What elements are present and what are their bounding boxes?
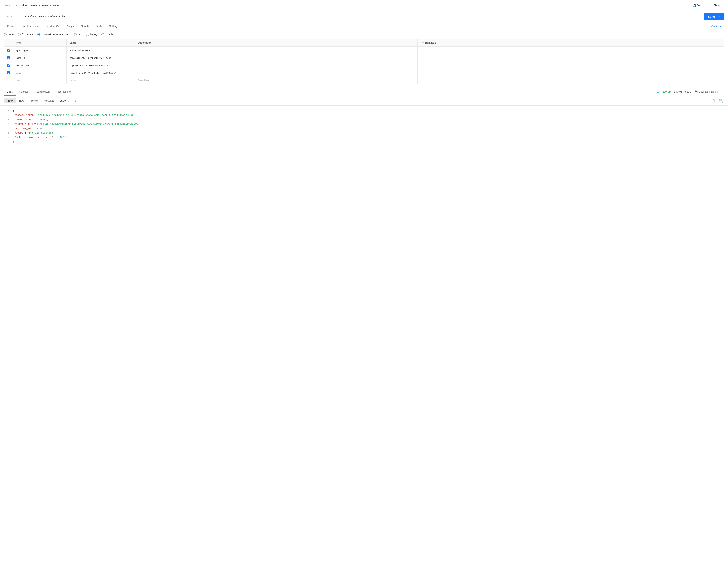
tab-settings[interactable]: Settings bbox=[106, 22, 122, 30]
save-button[interactable]: 💾 Save ⌄ bbox=[690, 2, 708, 8]
response-tabs: Body Cookies Headers (15) Test Results 🌐… bbox=[0, 88, 728, 96]
json-line-2: 2 "access_token": "tR4u4vp57GC9Kr2Q03VY7… bbox=[4, 113, 724, 117]
response-tab-test-results[interactable]: Test Results bbox=[53, 88, 74, 96]
tab-headers[interactable]: Headers (9) bbox=[42, 22, 63, 30]
radio-raw-input[interactable] bbox=[74, 33, 77, 36]
tab-authorization[interactable]: Authorization bbox=[20, 22, 42, 30]
params-table-wrapper: Key Value Description ⋯ Bulk Edit grant_… bbox=[4, 39, 724, 84]
format-tab-preview[interactable]: Preview bbox=[27, 98, 41, 103]
tab-cookies[interactable]: Cookies bbox=[708, 22, 724, 30]
response-more-button[interactable]: ⋯ bbox=[721, 90, 724, 94]
row1-checkbox-cell[interactable] bbox=[4, 47, 14, 54]
json-line-4: 4 "refresh_token": "FoRZg6Xd0tYh4rpLlBKD… bbox=[4, 122, 724, 126]
save-chevron-icon: ⌄ bbox=[703, 4, 706, 7]
radio-binary-input[interactable] bbox=[86, 33, 89, 36]
save-example-label: Save as example bbox=[699, 90, 718, 93]
tab-params[interactable]: Params bbox=[4, 22, 20, 30]
row2-value[interactable]: d4578a188df718b7e89a8216811c73b4 bbox=[67, 54, 135, 62]
placeholder-key[interactable]: Key bbox=[14, 77, 67, 84]
request-line: POST ⌄ Send ⌄ bbox=[0, 11, 728, 22]
http-badge: HTTP bbox=[4, 3, 12, 7]
response-body: 1{ 2 "access_token": "tR4u4vp57GC9Kr2Q03… bbox=[0, 106, 728, 147]
send-chevron-icon[interactable]: ⌄ bbox=[716, 15, 720, 18]
row3-checkbox[interactable] bbox=[7, 64, 10, 67]
response-tab-headers[interactable]: Headers (15) bbox=[32, 88, 53, 96]
row2-extra bbox=[417, 54, 724, 62]
json-line-1: 1{ bbox=[4, 109, 724, 113]
radio-none-label: none bbox=[8, 33, 14, 36]
row1-checkbox[interactable] bbox=[7, 49, 10, 52]
row4-value[interactable]: p2iwnL_liEh3B07AsMIHvhRzLjsyRo0wibG... bbox=[67, 70, 135, 77]
save-example-icon: 💾 bbox=[695, 90, 698, 93]
radio-graphql[interactable]: GraphQL bbox=[101, 33, 116, 36]
response-time: 147 ms bbox=[674, 90, 682, 93]
radio-none[interactable]: none bbox=[4, 33, 14, 36]
row4-key[interactable]: code bbox=[14, 70, 67, 77]
row2-checkbox-cell[interactable] bbox=[4, 54, 14, 62]
format-tab-visualize[interactable]: Visualize bbox=[42, 98, 57, 103]
row2-key[interactable]: client_id bbox=[14, 54, 67, 62]
row1-value[interactable]: authorization_code bbox=[67, 47, 135, 54]
tab-body[interactable]: Body bbox=[63, 22, 78, 30]
share-button[interactable]: Share bbox=[710, 2, 724, 8]
radio-raw-label: raw bbox=[78, 33, 82, 36]
url-display: https://kauth.kakao.com/oauth/token bbox=[15, 4, 687, 7]
table-placeholder-row: Key Value Description bbox=[4, 77, 724, 84]
row1-key[interactable]: grant_type bbox=[14, 47, 67, 54]
tab-scripts[interactable]: Scripts bbox=[78, 22, 93, 30]
format-tab-pretty[interactable]: Pretty bbox=[4, 98, 16, 103]
row2-checkbox[interactable] bbox=[7, 56, 10, 59]
save-example-button[interactable]: 💾 Save as example bbox=[695, 90, 718, 93]
row4-extra bbox=[417, 70, 724, 77]
th-bulk-edit: ⋯ Bulk Edit bbox=[417, 39, 724, 47]
format-tabs: Pretty Raw Preview Visualize JSON ⌄ ⇄ ▯ … bbox=[0, 96, 728, 106]
radio-form-data-input[interactable] bbox=[18, 33, 21, 36]
json-format-select[interactable]: JSON ⌄ bbox=[58, 98, 72, 103]
ellipsis-icon: ⋯ bbox=[421, 41, 424, 45]
url-input[interactable] bbox=[21, 13, 704, 20]
response-meta: 🌐 200 OK 147 ms 821 B 💾 Save as example … bbox=[656, 90, 724, 94]
copy-button[interactable]: ▯ bbox=[712, 98, 716, 104]
table-row: code p2iwnL_liEh3B07AsMIHvhRzLjsyRo0wibG… bbox=[4, 70, 724, 77]
method-select[interactable]: POST ⌄ bbox=[4, 13, 21, 20]
radio-graphql-input[interactable] bbox=[101, 33, 104, 36]
row3-description[interactable] bbox=[135, 62, 418, 70]
radio-none-input[interactable] bbox=[4, 33, 7, 36]
method-chevron-icon: ⌄ bbox=[15, 15, 17, 18]
wrap-lines-button[interactable]: ⇄ bbox=[73, 98, 79, 104]
method-label: POST bbox=[7, 15, 14, 18]
table-row: client_id d4578a188df718b7e89a8216811c73… bbox=[4, 54, 724, 62]
row3-checkbox-cell[interactable] bbox=[4, 62, 14, 70]
format-tab-raw[interactable]: Raw bbox=[17, 98, 27, 103]
json-line-3: 3 "token_type": "bearer", bbox=[4, 117, 724, 122]
response-tab-body[interactable]: Body bbox=[4, 88, 16, 96]
row1-description[interactable] bbox=[135, 47, 418, 54]
json-line-6: 6 "scope": "profile_nickname", bbox=[4, 131, 724, 135]
radio-urlencoded-input[interactable] bbox=[37, 33, 40, 36]
request-tabs: Params Authorization Headers (9) Body Sc… bbox=[0, 22, 728, 30]
tab-body-label: Body bbox=[67, 25, 72, 28]
search-button[interactable]: 🔍 bbox=[718, 98, 724, 104]
row3-key[interactable]: redirect_uri bbox=[14, 62, 67, 70]
table-header: Key Value Description ⋯ Bulk Edit bbox=[4, 39, 724, 47]
row3-value[interactable]: http://localhost:8080/oauth/callback bbox=[67, 62, 135, 70]
placeholder-checkbox-cell bbox=[4, 77, 14, 84]
row4-checkbox[interactable] bbox=[7, 71, 10, 74]
row4-description[interactable] bbox=[135, 70, 418, 77]
send-label: Send bbox=[708, 15, 715, 18]
radio-binary[interactable]: binary bbox=[86, 33, 97, 36]
radio-urlencoded[interactable]: x-www-form-urlencoded bbox=[37, 33, 70, 36]
tab-tests[interactable]: Tests bbox=[93, 22, 106, 30]
row4-checkbox-cell[interactable] bbox=[4, 70, 14, 77]
table-body: grant_type authorization_code client_id … bbox=[4, 47, 724, 84]
row2-description[interactable] bbox=[135, 54, 418, 62]
response-tab-cookies[interactable]: Cookies bbox=[16, 88, 32, 96]
json-line-8: 8} bbox=[4, 140, 724, 144]
radio-raw[interactable]: raw bbox=[74, 33, 82, 36]
placeholder-description[interactable]: Description bbox=[135, 77, 418, 84]
placeholder-value[interactable]: Value bbox=[67, 77, 135, 84]
json-line-5: 5 "expires_in": 21599, bbox=[4, 127, 724, 131]
send-button[interactable]: Send ⌄ bbox=[704, 13, 724, 20]
radio-form-data[interactable]: form-data bbox=[18, 33, 33, 36]
format-actions: ▯ 🔍 bbox=[712, 98, 724, 104]
